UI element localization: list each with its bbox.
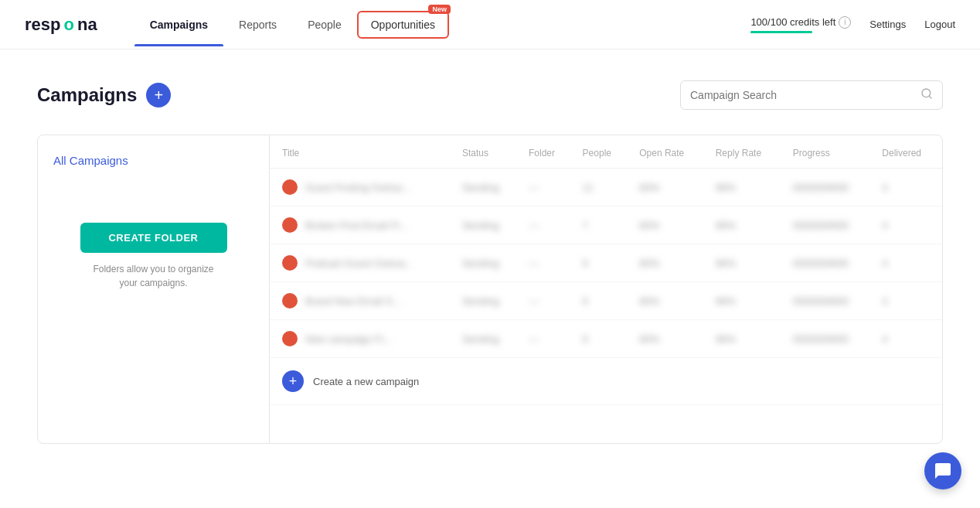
search-button[interactable] [920, 87, 933, 103]
campaign-progress: 0000000000 [784, 320, 873, 358]
campaign-delivered: 4 [873, 169, 942, 206]
campaign-status: Sending [453, 169, 519, 206]
credits-label: 100/100 credits left [750, 16, 835, 28]
campaign-people: 9 [573, 244, 631, 282]
campaign-delivered: 4 [873, 282, 942, 320]
campaign-delivered: 4 [873, 320, 942, 358]
col-folder: Folder [519, 135, 573, 169]
col-open-rate: Open Rate [630, 135, 706, 169]
table-row[interactable]: Guest Posting Outrea... Sending — 11 80%… [270, 169, 942, 206]
campaign-reply-rate: 98% [706, 169, 784, 206]
campaign-status-dot [282, 255, 298, 271]
campaign-title-cell: Podcast Guest Outrea... [282, 255, 444, 271]
nav-reports[interactable]: Reports [223, 3, 292, 46]
campaign-folder: — [519, 320, 573, 358]
opportunities-label: Opportunities [371, 19, 435, 31]
create-folder-button[interactable]: CREATE FOLDER [80, 223, 227, 253]
col-delivered: Delivered [873, 135, 942, 169]
campaign-search-box [680, 80, 943, 110]
info-icon[interactable]: i [839, 16, 851, 29]
add-campaign-button[interactable]: + [146, 83, 171, 107]
campaign-progress: 0000000000 [784, 206, 873, 244]
campaign-status-dot [282, 331, 298, 346]
campaign-folder: — [519, 282, 573, 320]
campaign-status: Sending [453, 206, 519, 244]
credits-bar [750, 31, 812, 33]
campaign-reply-rate: 96% [706, 244, 784, 282]
create-campaign-row[interactable]: + Create a new campaign [270, 358, 942, 405]
campaign-status-dot [282, 217, 298, 233]
campaign-progress: 0000000000 [784, 282, 873, 320]
create-campaign-label: Create a new campaign [313, 376, 419, 387]
nav-right: 100/100 credits left i Settings Logout [750, 16, 955, 33]
all-campaigns-link[interactable]: All Campaigns [53, 154, 254, 167]
campaign-reply-rate: 96% [706, 206, 784, 244]
create-campaign-icon: + [282, 370, 304, 392]
credits-container: 100/100 credits left i [750, 16, 851, 33]
nav-links: Campaigns Reports People Opportunities N… [134, 3, 726, 46]
campaign-people: 9 [573, 282, 631, 320]
main-content: Campaigns + All Campaigns CREATE FOLDER … [0, 49, 980, 475]
table-row[interactable]: New campaign Fr... Sending — 9 80% 96% 0… [270, 320, 942, 358]
credits-text: 100/100 credits left i [750, 16, 851, 29]
table-row[interactable]: Brand New Email S... Sending — 9 80% 96%… [270, 282, 942, 320]
campaign-progress: 0000000000 [784, 169, 873, 206]
table-row[interactable]: Broken Post Email Fr... Sending — 7 80% … [270, 206, 942, 244]
page-header: Campaigns + [37, 80, 943, 110]
campaign-reply-rate: 96% [706, 320, 784, 358]
create-new-inner: + Create a new campaign [282, 370, 933, 392]
campaign-status-dot [282, 293, 298, 309]
col-title: Title [270, 135, 453, 169]
page-title: Campaigns [37, 84, 137, 106]
campaign-folder: — [519, 244, 573, 282]
nav-opportunities[interactable]: Opportunities New [357, 11, 449, 39]
campaign-title: Broken Post Email Fr... [305, 220, 408, 231]
nav-settings[interactable]: Settings [869, 19, 906, 30]
campaign-delivered: 4 [873, 206, 942, 244]
campaign-folder: — [519, 169, 573, 206]
campaign-title-cell: Broken Post Email Fr... [282, 217, 444, 233]
col-progress: Progress [784, 135, 873, 169]
campaign-title: New campaign Fr... [305, 333, 392, 345]
nav-campaigns[interactable]: Campaigns [134, 3, 223, 46]
campaign-open-rate: 80% [630, 244, 706, 282]
campaigns-table: Title Status Folder People Open Rate Rep… [270, 135, 942, 405]
campaign-people: 7 [573, 206, 631, 244]
campaign-status: Sending [453, 320, 519, 358]
campaign-people: 11 [573, 169, 631, 206]
col-reply-rate: Reply Rate [706, 135, 784, 169]
sidebar-actions: CREATE FOLDER Folders allow you to organ… [53, 192, 254, 290]
table-header-row: Title Status Folder People Open Rate Rep… [270, 135, 942, 169]
nav-people[interactable]: People [292, 3, 357, 46]
new-badge: New [428, 5, 451, 14]
campaign-people: 9 [573, 320, 631, 358]
campaign-delivered: 4 [873, 244, 942, 282]
campaign-title-cell: Brand New Email S... [282, 293, 444, 309]
campaigns-layout: All Campaigns CREATE FOLDER Folders allo… [37, 135, 943, 444]
col-status: Status [453, 135, 519, 169]
campaign-status: Sending [453, 282, 519, 320]
navigation: respona Campaigns Reports People Opportu… [0, 0, 980, 49]
campaign-title: Podcast Guest Outrea... [305, 257, 413, 269]
campaign-open-rate: 80% [630, 320, 706, 358]
svg-line-1 [929, 96, 931, 98]
campaign-status: Sending [453, 244, 519, 282]
campaign-title-cell: Guest Posting Outrea... [282, 179, 444, 195]
folder-hint: Folders allow you to organize your campa… [84, 262, 223, 290]
campaign-reply-rate: 96% [706, 282, 784, 320]
table-row[interactable]: Podcast Guest Outrea... Sending — 9 80% … [270, 244, 942, 282]
col-people: People [573, 135, 631, 169]
campaign-folder: — [519, 206, 573, 244]
campaign-title: Brand New Email S... [305, 295, 401, 307]
campaign-title-cell: New campaign Fr... [282, 331, 444, 346]
campaign-open-rate: 80% [630, 282, 706, 320]
logo-dot: o [63, 15, 73, 35]
page-title-row: Campaigns + [37, 83, 171, 107]
campaign-progress: 0000000000 [784, 244, 873, 282]
campaign-status-dot [282, 179, 298, 195]
nav-logout[interactable]: Logout [924, 19, 955, 30]
campaigns-sidebar: All Campaigns CREATE FOLDER Folders allo… [38, 135, 270, 443]
search-input[interactable] [690, 89, 914, 101]
credits-fill [750, 31, 812, 33]
logo: respona [25, 15, 97, 35]
